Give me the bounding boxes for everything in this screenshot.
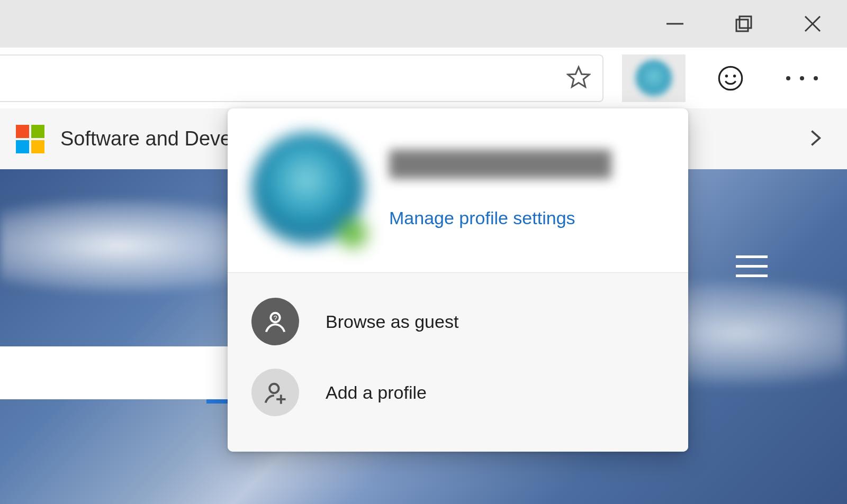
window-minimize-button[interactable] xyxy=(641,0,709,48)
guest-profile-icon: ? xyxy=(251,298,299,345)
minimize-icon xyxy=(664,13,686,34)
add-profile-icon xyxy=(251,369,299,416)
ellipsis-icon xyxy=(800,76,804,80)
svg-rect-1 xyxy=(736,20,748,31)
favorites-star-button[interactable] xyxy=(566,65,591,91)
profile-flyout: Manage profile settings ? Browse as gues… xyxy=(228,108,688,452)
profile-button[interactable] xyxy=(622,54,686,102)
hamburger-icon xyxy=(736,274,768,277)
ellipsis-icon xyxy=(814,76,818,80)
star-icon xyxy=(566,65,591,89)
svg-point-8 xyxy=(734,76,735,77)
window-titlebar xyxy=(0,0,847,48)
svg-point-6 xyxy=(719,67,742,89)
add-profile-item[interactable]: Add a profile xyxy=(251,357,664,428)
svg-rect-2 xyxy=(740,16,751,28)
manage-profile-link[interactable]: Manage profile settings xyxy=(389,208,575,228)
hamburger-icon xyxy=(736,265,768,268)
add-profile-label: Add a profile xyxy=(326,382,427,403)
svg-point-11 xyxy=(269,384,278,393)
chevron-right-icon xyxy=(805,127,826,149)
window-maximize-button[interactable] xyxy=(709,0,778,48)
smiley-icon xyxy=(717,65,744,92)
profile-name xyxy=(389,150,611,179)
address-bar[interactable] xyxy=(0,54,603,102)
svg-text:?: ? xyxy=(273,314,277,322)
bookmark-item[interactable]: Software and Devel… xyxy=(60,127,256,150)
svg-point-7 xyxy=(726,76,727,77)
ellipsis-icon xyxy=(786,76,790,80)
browse-as-guest-label: Browse as guest xyxy=(326,311,458,332)
browse-as-guest-item[interactable]: ? Browse as guest xyxy=(251,286,664,357)
browser-toolbar xyxy=(0,48,847,108)
settings-and-more-button[interactable] xyxy=(773,54,831,102)
close-icon xyxy=(802,13,823,34)
profile-avatar xyxy=(251,132,365,246)
microsoft-logo-icon xyxy=(16,125,44,153)
hamburger-icon xyxy=(736,255,768,258)
bookmarks-overflow-button[interactable] xyxy=(805,127,826,151)
page-panel xyxy=(0,346,228,399)
profile-avatar-icon xyxy=(635,60,672,97)
maximize-icon xyxy=(733,13,754,34)
svg-marker-5 xyxy=(568,67,589,87)
page-menu-button[interactable] xyxy=(736,249,768,284)
window-close-button[interactable] xyxy=(778,0,847,48)
feedback-button[interactable] xyxy=(707,54,754,102)
profile-flyout-header: Manage profile settings xyxy=(228,108,688,272)
